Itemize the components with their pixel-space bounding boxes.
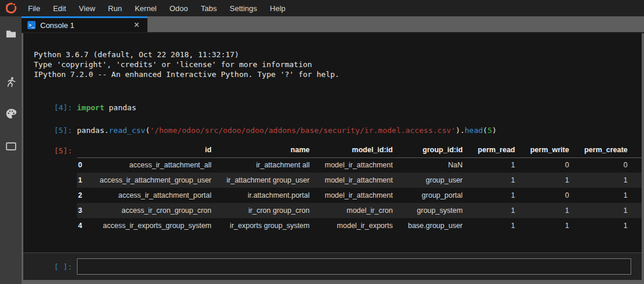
table-header-cell: perm_read [470,142,523,157]
menu-items: FileEditViewRunKernelOdooTabsSettingsHel… [22,0,292,16]
table-cell: 1 [470,173,523,188]
table-cell: access_ir_cron_group_cron [92,203,219,218]
code-token: ) [492,126,497,135]
table-cell: 0 [635,188,642,203]
console-input-cell: [ ]: [23,253,642,280]
table-cell: group_system [400,203,470,218]
table-cell: 0 [635,157,642,173]
code-line: import pandas [77,103,136,113]
row-index: 0 [77,157,92,173]
table-header-row: idnamemodel_id:idgroup_id:idperm_readper… [77,142,642,157]
jupyterlab-window: FileEditViewRunKernelOdooTabsSettingsHel… [0,0,644,284]
table-cell: 1 [470,188,523,203]
odoo-logo-icon [5,2,17,14]
table-cell: group_user [400,173,470,188]
table-cell: 1 [635,218,642,233]
menu-odoo[interactable]: Odoo [163,0,195,16]
table-cell: 1 [523,203,577,218]
code-token: '/home/odoo/src/odoo/odoo/addons/base/se… [150,126,455,135]
file-browser-icon[interactable] [0,22,22,45]
table-cell: ir_cron group_cron [219,203,317,218]
table-cell: access_ir_attachment_all [92,157,219,173]
menu-help[interactable]: Help [263,0,292,16]
table-cell: access_ir_attachment_portal [92,188,219,203]
table-row: 3access_ir_cron_group_cronir_cron group_… [77,203,642,218]
table-cell: 0 [523,188,577,203]
console-input[interactable] [77,258,631,275]
code-token: ). [456,126,465,135]
menu-kernel[interactable]: Kernel [128,0,163,16]
console-tab-icon: >_ [27,21,36,29]
output-prompt: [5]: [23,142,72,156]
console-panel: Python 3.6.7 (default, Oct 22 2018, 11:3… [23,33,642,280]
table-cell: model_ir_cron [317,203,400,218]
code-token: read_csv [109,126,146,135]
table-cell: 1 [470,157,523,173]
table-cell: model_ir_exports [317,218,400,233]
table-cell: base.group_user [400,218,470,233]
code-token: pandas [104,103,136,112]
code-cell: [4]:import pandas [23,103,642,113]
dock-panel: >_ Console 1 × Python 3.6.7 (default, Oc… [22,16,644,284]
table-cell: ir_attachment all [219,157,317,173]
table-cell: 1 [576,203,635,218]
table-cell: access_ir_exports_group_system [92,218,219,233]
table-cell: 1 [576,188,635,203]
table-header-cell: group_id:id [400,142,470,157]
table-cell: 0 [576,157,635,173]
dock-body: Python 3.6.7 (default, Oct 22 2018, 11:3… [22,33,644,284]
table-header-cell: perm_unlink [635,142,642,157]
menu-file[interactable]: File [22,0,47,16]
table-cell: model_ir_attachment [317,188,400,203]
table-header-cell: perm_write [523,142,577,157]
table-cell: 1 [576,173,635,188]
running-sessions-icon[interactable] [0,71,22,94]
row-index: 4 [77,218,92,233]
kernel-banner: Python 3.6.7 (default, Oct 22 2018, 11:3… [34,50,642,79]
code-line: pandas.read_csv('/home/odoo/src/odoo/odo… [77,125,497,135]
table-cell: 1 [523,218,577,233]
table-cell: NaN [400,157,470,173]
table-cell: ir.attachment.portal [219,188,317,203]
table-cell: access_ir_attachment_group_user [92,173,219,188]
table-cell: model_ir_attachment [317,157,400,173]
left-sidebar [0,16,22,284]
app-logo [0,2,22,14]
table-cell: 0 [523,157,577,173]
open-tabs-icon[interactable] [0,135,22,158]
tab-console-1[interactable]: >_ Console 1 × [22,16,147,32]
code-token: head [464,126,483,135]
input-prompt: [ ]: [23,262,72,271]
table-header-cell: id [92,142,219,157]
output-table: idnamemodel_id:idgroup_id:idperm_readper… [77,142,642,233]
output-cell: [5]: idnamemodel_id:idgroup_id:idperm_re… [23,142,642,233]
menu-edit[interactable]: Edit [47,0,72,16]
console-history: Python 3.6.7 (default, Oct 22 2018, 11:3… [23,33,642,253]
table-cell: model_ir_attachment [317,173,400,188]
table-cell: 1 [635,203,642,218]
table-cell: 1 [470,218,523,233]
row-index: 2 [77,188,92,203]
table-row: 0access_ir_attachment_allir_attachment a… [77,157,642,173]
executed-cells: [4]:import pandas[5]:pandas.read_csv('/h… [23,103,642,135]
table-header-cell: perm_create [576,142,635,157]
table-header-cell: name [219,142,317,157]
table-cell: 1 [523,173,577,188]
menu-tabs[interactable]: Tabs [195,0,223,16]
menu-bar: FileEditViewRunKernelOdooTabsSettingsHel… [0,0,644,16]
table-row: 1access_ir_attachment_group_userir_attac… [77,173,642,188]
command-palette-icon[interactable] [0,102,22,125]
table-row: 2access_ir_attachment_portalir.attachmen… [77,188,642,203]
tab-label: Console 1 [40,21,75,30]
table-cell: ir_exports group_system [219,218,317,233]
menu-run[interactable]: Run [101,0,128,16]
table-cell: 1 [470,203,523,218]
tab-close-icon[interactable]: × [132,21,142,29]
row-index: 1 [77,173,92,188]
execution-prompt: [4]: [23,103,72,113]
menu-settings[interactable]: Settings [223,0,263,16]
execution-prompt: [5]: [23,125,72,135]
table-cell: group_portal [400,188,470,203]
menu-view[interactable]: View [72,0,101,16]
table-corner-cell [77,142,92,157]
